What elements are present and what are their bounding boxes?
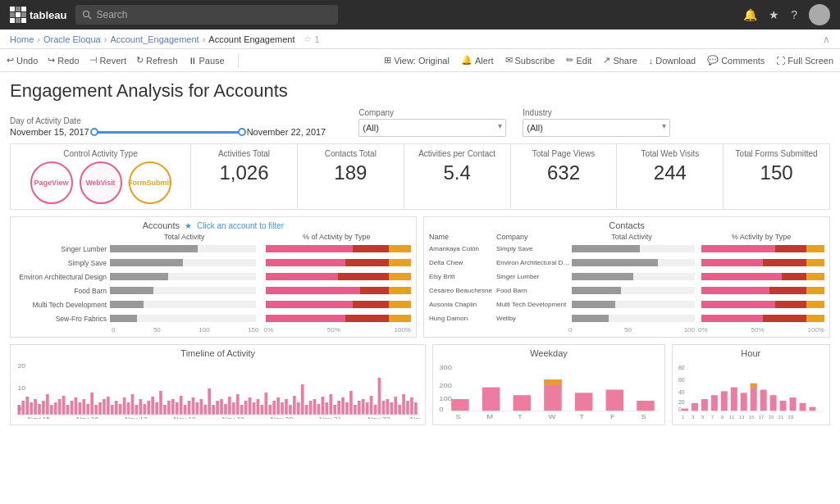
svg-rect-56 (236, 394, 240, 415)
activities-total-value: 1,026 (198, 161, 290, 184)
svg-rect-71 (297, 402, 300, 415)
svg-text:F: F (610, 414, 615, 419)
svg-rect-99 (410, 397, 413, 415)
webvisit-circle[interactable]: WebVisit (80, 161, 122, 204)
alert-button[interactable]: 🔔 Alert (461, 55, 494, 66)
svg-rect-97 (402, 394, 405, 415)
svg-text:W: W (549, 414, 556, 419)
svg-rect-49 (208, 388, 211, 415)
svg-text:10: 10 (17, 385, 25, 392)
svg-rect-61 (257, 399, 260, 415)
accounts-filter-link[interactable]: Click an account to filter (197, 221, 284, 230)
undo-button[interactable]: ↩ Undo (7, 55, 38, 66)
svg-rect-63 (264, 393, 267, 415)
svg-text:20: 20 (17, 363, 25, 370)
download-button[interactable]: ↓ Download (649, 56, 696, 66)
formsubmit-circle[interactable]: FormSubmit (129, 161, 171, 204)
svg-rect-36 (155, 402, 158, 415)
search-icon (82, 10, 92, 20)
svg-rect-24 (107, 397, 110, 415)
table-row[interactable]: Delta ChewEnviron Architectural Design (429, 257, 824, 269)
date-filter: Day of Activity Date November 15, 2017 N… (10, 116, 326, 137)
bell-icon[interactable]: 🔔 (743, 8, 757, 21)
table-row[interactable]: Simply Save (16, 257, 411, 269)
table-row[interactable]: Hung DamonWellby (429, 312, 824, 325)
svg-rect-47 (200, 399, 203, 415)
forms-submitted-cell: Total Forms Submitted 150 (724, 144, 829, 209)
table-row[interactable]: Environ Architectural Design (16, 270, 411, 283)
table-row[interactable]: Singer Lumber (16, 243, 411, 255)
share-button[interactable]: ↗ Share (603, 55, 637, 66)
activities-total-cell: Activities Total 1,026 (191, 144, 298, 209)
table-row[interactable]: Ausonia ChaplinMulti Tech Development (429, 298, 824, 311)
breadcrumb-home[interactable]: Home (10, 34, 34, 44)
table-row[interactable]: Food Barn (16, 284, 411, 297)
view-original-button[interactable]: ⊞ View: Original (384, 55, 450, 66)
svg-rect-15 (71, 401, 74, 415)
svg-rect-68 (285, 399, 288, 415)
breadcrumb-oracle[interactable]: Oracle Eloqua (43, 34, 101, 44)
svg-rect-137 (710, 395, 717, 411)
subscribe-button[interactable]: ✉ Subscribe (505, 55, 555, 66)
industry-select-wrapper[interactable]: (All) (523, 119, 670, 137)
svg-line-1 (89, 16, 91, 19)
svg-rect-6 (34, 399, 37, 415)
svg-rect-135 (692, 403, 698, 411)
svg-rect-76 (317, 404, 321, 415)
comments-button[interactable]: 💬 Comments (707, 55, 765, 66)
svg-text:Nov 21: Nov 21 (319, 416, 341, 419)
table-row[interactable]: Multi Tech Development (16, 298, 411, 311)
svg-rect-121 (545, 379, 563, 386)
svg-rect-77 (322, 397, 325, 415)
svg-rect-138 (720, 391, 727, 411)
star-icon[interactable]: ★ (769, 8, 779, 21)
svg-rect-43 (184, 405, 187, 415)
logo-text: tableau (30, 9, 67, 21)
table-row[interactable]: Césáreo BeauchesneFood Barn (429, 284, 824, 297)
date-slider-track[interactable] (94, 131, 242, 134)
activity-type-label: Control Activity Type (17, 149, 184, 158)
svg-rect-144 (779, 401, 786, 411)
svg-rect-44 (188, 401, 191, 415)
date-range-slider[interactable]: November 15, 2017 November 22, 2017 (10, 127, 326, 137)
pause-button[interactable]: ⏸ Pause (188, 56, 225, 66)
bookmark-icon[interactable]: ☆ (304, 34, 312, 44)
svg-rect-116 (514, 395, 532, 411)
search-bar[interactable]: Search (75, 5, 338, 25)
revert-button[interactable]: ⊣ Revert (89, 55, 126, 66)
refresh-button[interactable]: ↻ Refresh (136, 55, 178, 66)
company-select[interactable]: (All) (358, 119, 506, 137)
svg-rect-87 (362, 399, 365, 415)
svg-rect-114 (452, 399, 470, 411)
svg-rect-140 (740, 393, 746, 411)
help-icon[interactable]: ? (791, 8, 797, 21)
svg-rect-4 (25, 397, 29, 415)
date-handle-left[interactable] (90, 128, 98, 136)
industry-select[interactable]: (All) (523, 119, 670, 137)
collapse-icon[interactable]: ∧ (823, 34, 830, 45)
svg-rect-119 (606, 389, 624, 411)
subscribe-icon: ✉ (505, 55, 513, 66)
edit-button[interactable]: ✏ Edit (566, 55, 591, 66)
breadcrumb-engagement[interactable]: Account_Engagement (110, 34, 199, 44)
svg-rect-70 (293, 396, 296, 415)
table-row[interactable]: Sew-Fro Fabrics (16, 312, 411, 325)
avatar[interactable] (809, 4, 830, 25)
svg-rect-86 (358, 401, 361, 415)
redo-button[interactable]: ↪ Redo (48, 55, 79, 66)
fullscreen-button[interactable]: ⛶ Full Screen (776, 56, 833, 66)
svg-text:Nov 19: Nov 19 (222, 416, 244, 419)
svg-rect-145 (789, 397, 796, 411)
topbar-icons: 🔔 ★ ? (743, 4, 830, 25)
svg-text:23: 23 (788, 415, 793, 419)
col-total-header: Total Activity (110, 233, 259, 241)
company-select-wrapper[interactable]: (All) (358, 119, 506, 137)
pageview-circle[interactable]: PageView (30, 161, 73, 204)
svg-rect-41 (176, 402, 179, 415)
toolbar: ↩ Undo ↪ Redo ⊣ Revert ↻ Refresh ⏸ Pause… (0, 49, 840, 72)
svg-rect-100 (414, 402, 418, 415)
table-row[interactable]: Elsy BrittSinger Lumber (429, 270, 824, 283)
table-row[interactable]: Amankaya ColónSimply Save (429, 243, 824, 255)
date-handle-right[interactable] (238, 128, 246, 136)
svg-rect-32 (139, 399, 142, 415)
